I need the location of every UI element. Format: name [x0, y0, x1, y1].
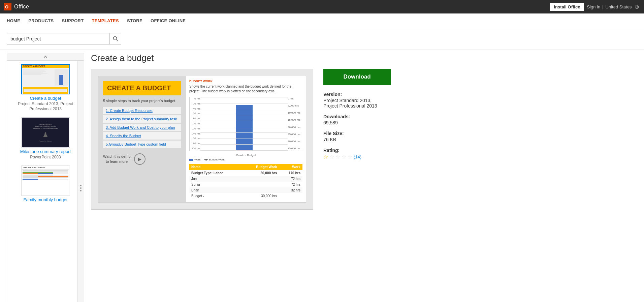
play-button[interactable]: ▶ — [134, 153, 146, 165]
sidebar-item-create-budget[interactable]: CREATE A BUDGET — [13, 64, 77, 112]
svg-point-2 — [113, 37, 117, 40]
preview-step-3[interactable]: 3. Add Budget Work and Cost to your plan — [103, 124, 181, 131]
preview-step-4[interactable]: 4. Specify the Budget — [103, 132, 181, 140]
install-office-button[interactable]: Install Office — [550, 3, 584, 11]
sidebar-thumb-create-budget: CREATE A BUDGET — [21, 64, 70, 94]
sidebar-scroll-indicator — [77, 61, 84, 302]
legend-work-label: Work — [194, 158, 201, 161]
svg-line-3 — [116, 40, 118, 41]
preview-left-panel: CREATE A BUDGET 5 simple steps to track … — [98, 76, 186, 202]
sidebar-scroll-up[interactable] — [7, 53, 84, 61]
downloads-section: Downloads: 69,589 — [323, 114, 391, 125]
preview-step-2[interactable]: 2. Assign them to the Project summary ta… — [103, 115, 181, 123]
preview-watch: Watch this demoto learn more ▶ — [103, 153, 181, 165]
preview-step-1[interactable]: 1. Create Budget Resources — [103, 107, 181, 114]
legend-work-box — [189, 159, 193, 161]
rating-count[interactable]: (14) — [354, 154, 361, 159]
version-section: Version: Project Standard 2013,Project P… — [323, 92, 391, 109]
search-container — [7, 33, 121, 44]
table-header-work: Work — [279, 164, 302, 170]
top-bar-right: Install Office Sign in | United States ☺ — [550, 3, 640, 11]
sidebar-sublabel-create-budget: Project Standard 2013, Project Professio… — [13, 101, 77, 112]
filesize-section: File Size: 76 KB — [323, 131, 391, 142]
table-cell-work: 32 hrs — [279, 187, 302, 193]
sidebar: CREATE A BUDGET — [7, 53, 84, 302]
nav-products[interactable]: PRODUCTS — [28, 14, 54, 27]
table-cell-budget-work: 30,000 hrs — [242, 170, 279, 176]
star-5[interactable]: ☆ — [348, 154, 352, 160]
search-button[interactable] — [109, 33, 121, 44]
downloads-label: Downloads: — [323, 114, 391, 119]
table-cell-work: 72 hrs — [279, 182, 302, 187]
sidebar-link-milestone[interactable]: Milestone summary report — [20, 149, 71, 155]
star-3[interactable]: ☆ — [335, 154, 340, 160]
table-header-name: Name — [189, 164, 242, 170]
version-label: Version: — [323, 92, 391, 97]
nav-home[interactable]: HOME — [7, 14, 20, 27]
budget-chart: 200 hrs 180 hrs 160 hrs 140 hrs 120 hrs … — [189, 97, 302, 151]
preview-right-desc: Shows the current work planned and the b… — [189, 84, 302, 94]
chart-container: 200 hrs 180 hrs 160 hrs 140 hrs 120 hrs … — [189, 97, 302, 164]
chart-x-label: Create a Budget — [189, 154, 302, 157]
chart-area — [200, 97, 288, 151]
star-2[interactable]: ☆ — [329, 154, 334, 160]
table-row: Budget - 30,000 hrs — [189, 193, 302, 199]
chart-y-left: 200 hrs 180 hrs 160 hrs 140 hrs 120 hrs … — [190, 97, 200, 151]
preview-right-label: BUDGET WORK — [189, 80, 302, 83]
main-layout: CREATE A BUDGET — [0, 50, 644, 302]
table-row: Sonia 72 hrs — [189, 182, 302, 187]
chart-legend: Work Budget Work — [189, 158, 302, 161]
sidebar-sublabel-milestone: PowerPoint 2003 — [30, 155, 61, 160]
search-bar — [0, 28, 644, 50]
download-button[interactable]: Download — [323, 69, 391, 85]
preview-box: CREATE A BUDGET 5 simple steps to track … — [91, 69, 313, 210]
rating-section: Rating: ☆ ☆ ☆ ☆ ☆ (14) — [323, 148, 391, 160]
signin-link[interactable]: Sign in — [587, 4, 600, 9]
top-bar-left: O Office — [4, 3, 29, 10]
sidebar-item-milestone[interactable]: <Project Name>Milestone Summary ReportMi… — [13, 117, 77, 160]
svg-text:O: O — [5, 4, 8, 9]
table-cell-budget-work — [242, 187, 279, 193]
top-bar: O Office Install Office Sign in | United… — [0, 0, 644, 13]
sidebar-items: CREATE A BUDGET — [7, 61, 84, 206]
sidebar-link-family[interactable]: Family monthly budget — [24, 197, 68, 203]
table-cell-name: Jon — [189, 176, 242, 182]
thumb-milestone: <Project Name>Milestone Summary ReportMi… — [22, 118, 69, 147]
sidebar-link-create-budget[interactable]: Create a budget — [30, 96, 61, 101]
chevron-up-icon — [43, 56, 47, 58]
content-area: Create a budget CREATE A BUDGET 5 simple… — [91, 53, 637, 302]
table-cell-name: Sonia — [189, 182, 242, 187]
office-logo-icon: O — [4, 3, 11, 10]
nav-store[interactable]: STORE — [127, 14, 142, 27]
table-cell-work — [279, 193, 302, 199]
rating-stars: ☆ ☆ ☆ ☆ ☆ (14) — [323, 154, 391, 160]
preview-step-5[interactable]: 5.GroupBy Budget Type custom field — [103, 141, 181, 148]
table-cell-budget-work — [242, 176, 279, 182]
preview-right-panel: BUDGET WORK Shows the current work plann… — [186, 76, 306, 202]
legend-budget-label: Budget Work — [209, 158, 225, 161]
search-input[interactable] — [7, 36, 109, 41]
table-header-budget-work: Budget Work — [242, 164, 279, 170]
nav-templates[interactable]: TEMPLATES — [92, 14, 119, 27]
country-link[interactable]: United States — [606, 4, 632, 9]
table-cell-name: Brian — [189, 187, 242, 193]
nav-support[interactable]: SUPPORT — [62, 14, 84, 27]
rating-label: Rating: — [323, 148, 391, 153]
version-value: Project Standard 2013,Project Profession… — [323, 98, 391, 109]
filesize-value: 76 KB — [323, 137, 391, 142]
smiley-icon[interactable]: ☺ — [634, 3, 640, 10]
preview-title: CREATE A BUDGET — [103, 81, 181, 95]
star-4[interactable]: ☆ — [342, 154, 346, 160]
table-cell-name: Budget - — [189, 193, 242, 199]
sidebar-thumb-family: FAMILY MONTHLY BUDGET — [21, 165, 70, 196]
thumb-budget: CREATE A BUDGET — [22, 64, 69, 94]
star-1[interactable]: ☆ — [323, 154, 328, 160]
sidebar-thumb-milestone: <Project Name>Milestone Summary ReportMi… — [21, 117, 70, 148]
sidebar-item-family[interactable]: FAMILY MONTHLY BUDGET — [13, 165, 77, 203]
table-header-row: Name Budget Work Work — [189, 164, 302, 170]
app-title: Office — [14, 4, 29, 10]
filesize-label: File Size: — [323, 131, 391, 136]
budget-table: Name Budget Work Work Budget Type: Labor… — [189, 164, 302, 199]
info-panel: Download Version: Project Standard 2013,… — [323, 69, 391, 210]
nav-office-online[interactable]: OFFICE ONLINE — [151, 14, 186, 27]
